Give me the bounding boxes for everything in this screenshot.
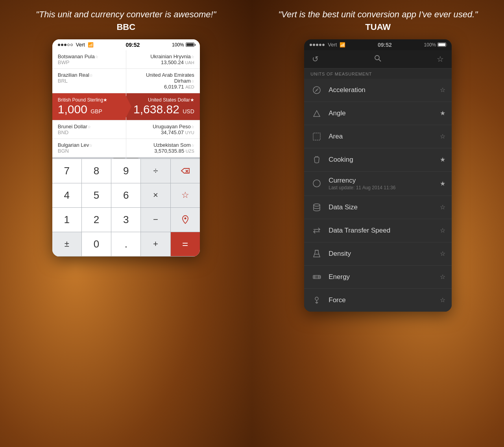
density-star[interactable]: ☆ — [440, 250, 445, 257]
density-icon — [310, 248, 323, 260]
cooking-name: Cooking — [329, 156, 440, 164]
currency-code-1: BWP — [58, 59, 120, 65]
currency-row-2[interactable]: Brazilian Real☆ BRL United Arab Emirates… — [52, 69, 200, 93]
key-9[interactable]: 9 — [111, 159, 141, 183]
currency-code-5: BGN — [58, 148, 120, 154]
currency-name-5: Bulgarian Lev☆ — [58, 142, 120, 148]
unit-row-angle[interactable]: Angle ★ — [304, 102, 452, 125]
key-location[interactable] — [171, 208, 200, 232]
left-source: BBC — [116, 22, 135, 39]
angle-star[interactable]: ★ — [440, 109, 445, 117]
rdot4 — [319, 44, 321, 46]
carrier-label: Vert — [76, 42, 85, 48]
key-backspace[interactable] — [171, 159, 200, 183]
currency-cell-right-1: Ukrainian Hryvnia☆ 13,500.24 UAH — [126, 50, 200, 68]
star-r5: ☆ — [191, 143, 194, 148]
star-r4: ☆ — [191, 125, 194, 129]
currency-name-4: Brunei Dollar☆ — [58, 124, 120, 129]
key-minus[interactable]: − — [141, 208, 170, 232]
key-2[interactable]: 2 — [82, 208, 111, 232]
right-wifi-icon: 📶 — [340, 42, 345, 48]
cooking-star[interactable]: ★ — [440, 156, 445, 163]
currency-cell-left-4: Brunei Dollar☆ BND — [52, 120, 126, 139]
unit-row-energy[interactable]: Energy ☆ — [304, 266, 452, 289]
keypad-row-1: 7 8 9 ÷ — [52, 159, 200, 183]
currency-row-5[interactable]: Bulgarian Lev☆ BGN Uzbekistan Som☆ 3,570… — [52, 139, 200, 157]
key-7[interactable]: 7 — [52, 159, 82, 183]
currency-row-4[interactable]: Brunei Dollar☆ BND Uruguayan Peso☆ 34,74… — [52, 120, 200, 139]
toolbar-star-btn[interactable]: ☆ — [437, 54, 444, 64]
battery-icon — [186, 42, 194, 47]
currency-info: Currency Last update: 11 Aug 2014 11:36 — [329, 177, 440, 190]
datasize-star[interactable]: ☆ — [440, 203, 445, 211]
datatransfer-info: Data Transfer Speed — [329, 227, 440, 235]
dot2 — [61, 44, 63, 46]
svg-point-16 — [315, 297, 318, 300]
energy-icon — [310, 271, 323, 283]
unit-row-currency[interactable]: Currency Last update: 11 Aug 2014 11:36 … — [304, 172, 452, 196]
datasize-icon — [310, 201, 323, 214]
left-quote: "This unit and currency converter is awe… — [24, 0, 228, 22]
currency-name-1: Botswanan Pula☆ — [58, 54, 120, 59]
force-name: Force — [329, 296, 440, 304]
currency-cell-right-5: Uzbekistan Som☆ 3,570,535.85 UZS — [126, 139, 200, 157]
active-left-name: British Pound Sterling★ — [58, 97, 120, 103]
rdot1 — [310, 44, 312, 46]
currency-value-1: 13,500.24 UAH — [132, 59, 194, 65]
key-6[interactable]: 6 — [111, 183, 141, 208]
key-0[interactable]: 0 — [82, 232, 111, 257]
unit-row-density[interactable]: Density ☆ — [304, 242, 452, 266]
area-star[interactable]: ☆ — [440, 133, 445, 140]
active-right-amount: 1,638.82 USD — [132, 103, 194, 116]
datasize-name: Data Size — [329, 203, 440, 211]
energy-name: Energy — [329, 273, 440, 281]
toolbar-back-btn[interactable]: ↺ — [312, 54, 319, 64]
key-plusminus[interactable]: ± — [52, 232, 82, 257]
key-5[interactable]: 5 — [82, 183, 111, 208]
key-8[interactable]: 8 — [82, 159, 111, 183]
key-multiply[interactable]: × — [141, 183, 170, 208]
acceleration-star[interactable]: ☆ — [440, 86, 445, 94]
energy-star[interactable]: ☆ — [440, 273, 445, 281]
currency-code-r5: UZS — [186, 149, 194, 153]
currency-star[interactable]: ★ — [440, 180, 445, 187]
left-status-right: 100% — [172, 42, 194, 48]
currency-row-1[interactable]: Botswanan Pula☆ BWP Ukrainian Hryvnia☆ 1… — [52, 50, 200, 69]
unit-row-datatransfer[interactable]: Data Transfer Speed ☆ — [304, 219, 452, 242]
key-star[interactable]: ☆ — [171, 183, 200, 208]
unit-row-area[interactable]: Area ☆ — [304, 125, 452, 148]
key-equals[interactable]: = — [171, 232, 200, 257]
star-r2: ☆ — [191, 79, 194, 83]
toolbar-search-btn[interactable] — [374, 54, 382, 64]
key-4[interactable]: 4 — [52, 183, 82, 208]
cooking-icon — [310, 153, 323, 166]
svg-point-6 — [313, 180, 320, 187]
unit-row-force[interactable]: Force ☆ — [304, 289, 452, 312]
key-3[interactable]: 3 — [111, 208, 141, 232]
right-status-right: 100% — [424, 42, 447, 48]
datatransfer-star[interactable]: ☆ — [440, 227, 445, 234]
key-1[interactable]: 1 — [52, 208, 82, 232]
unit-row-cooking[interactable]: Cooking ★ — [304, 148, 452, 172]
currency-value-5: 3,570,535.85 UZS — [132, 148, 194, 154]
key-plus[interactable]: + — [141, 232, 170, 257]
area-name: Area — [329, 133, 440, 140]
battery-pct: 100% — [172, 42, 184, 48]
force-star[interactable]: ☆ — [440, 296, 445, 304]
right-status-bar: Vert 📶 09:52 100% — [304, 39, 452, 50]
svg-point-1 — [375, 55, 379, 60]
right-source: TUAW — [365, 22, 391, 39]
right-panel: "Vert is the best unit conversion app I'… — [252, 0, 504, 447]
unit-row-datasize[interactable]: Data Size ☆ — [304, 196, 452, 219]
dot5 — [70, 44, 73, 46]
key-divide[interactable]: ÷ — [141, 159, 170, 183]
unit-row-acceleration[interactable]: Acceleration ☆ — [304, 79, 452, 102]
currency-row-active[interactable]: British Pound Sterling★ 1,000 GBP United… — [52, 93, 200, 120]
keypad-row-4: ± 0 . + = — [52, 232, 200, 257]
currency-code-r2: AED — [185, 85, 194, 89]
currency-cell-left-5: Bulgarian Lev☆ BGN — [52, 139, 126, 157]
keypad-row-2: 4 5 6 × ☆ — [52, 183, 200, 208]
acceleration-info: Acceleration — [329, 86, 440, 94]
key-dot[interactable]: . — [111, 232, 141, 257]
datatransfer-icon — [310, 224, 323, 237]
